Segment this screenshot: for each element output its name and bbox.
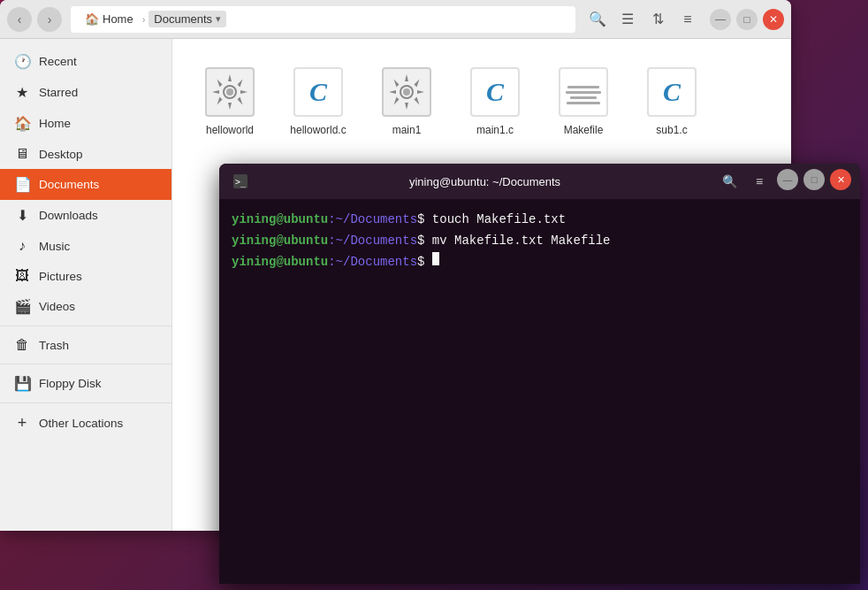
music-icon: ♪: [14, 238, 30, 254]
file-icon-makefile: [557, 65, 610, 119]
menu-button[interactable]: ≡: [674, 6, 701, 33]
c-icon-sub1: C: [647, 67, 697, 117]
file-item-helloworld-exe[interactable]: helloworld: [190, 57, 270, 147]
txt-icon: [559, 67, 608, 117]
sidebar-label-downloads: Downloads: [39, 209, 98, 222]
sidebar-item-other[interactable]: + Other Locations: [0, 407, 171, 440]
downloads-icon: ⬇: [14, 207, 30, 224]
prompt-path-1: :~/Documents: [328, 210, 417, 231]
sidebar: 🕐 Recent ★ Starred 🏠 Home 🖥 Desktop 📄 Do…: [0, 39, 172, 531]
terminal-close-button[interactable]: ✕: [830, 169, 851, 190]
file-name-helloworld-exe: helloworld: [206, 124, 254, 138]
file-name-helloworld-c: helloworld.c: [290, 124, 346, 138]
toolbar-actions: 🔍 ☰ ⇅ ≡: [584, 6, 701, 33]
maximize-button[interactable]: □: [736, 9, 758, 30]
sidebar-label-other: Other Locations: [39, 417, 123, 430]
terminal-maximize-button[interactable]: □: [803, 169, 825, 190]
sidebar-item-recent[interactable]: 🕐 Recent: [0, 46, 171, 77]
file-name-sub1-c: sub1.c: [656, 124, 687, 138]
prompt-cmd-1: touch Makefile.txt: [432, 210, 566, 231]
back-button[interactable]: ‹: [7, 7, 32, 32]
gear-svg: [210, 73, 249, 111]
terminal-minimize-button[interactable]: —: [777, 169, 798, 190]
prompt-path-2: :~/Documents: [328, 231, 417, 252]
breadcrumb-documents[interactable]: Documents ▾: [148, 11, 226, 27]
terminal-window: >_ yining@ubuntu: ~/Documents 🔍 ≡ — □ ✕ …: [219, 164, 860, 584]
file-icon-helloworld-exe: [203, 65, 256, 119]
pictures-icon: 🖼: [14, 268, 30, 284]
sidebar-item-desktop[interactable]: 🖥 Desktop: [0, 139, 171, 169]
exe-icon-main1: [382, 67, 431, 117]
videos-icon: 🎬: [14, 298, 30, 315]
terminal-titlebar: >_ yining@ubuntu: ~/Documents 🔍 ≡ — □ ✕: [219, 164, 860, 199]
prompt-user-3: yining@ubuntu: [232, 252, 328, 273]
trash-icon: 🗑: [14, 337, 30, 353]
prompt-dollar-1: $: [417, 210, 432, 231]
floppy-icon: 💾: [14, 375, 30, 392]
sidebar-item-home[interactable]: 🏠 Home: [0, 108, 171, 139]
home-sidebar-icon: 🏠: [14, 115, 30, 132]
prompt-path-3: :~/Documents: [328, 252, 417, 273]
prompt-dollar-3: $: [417, 252, 432, 273]
sidebar-label-videos: Videos: [39, 300, 75, 313]
terminal-menu-button[interactable]: ≡: [747, 169, 772, 194]
terminal-window-controls: 🔍 ≡ — □ ✕: [717, 169, 851, 194]
minimize-button[interactable]: —: [710, 9, 731, 30]
file-item-main1-exe[interactable]: main1: [367, 57, 446, 147]
sidebar-label-music: Music: [39, 240, 70, 253]
sidebar-item-trash[interactable]: 🗑 Trash: [0, 330, 171, 360]
terminal-line-2: yining@ubuntu:~/Documents$ mv Makefile.t…: [232, 231, 848, 252]
sidebar-item-documents[interactable]: 📄 Documents: [0, 169, 171, 200]
sidebar-item-music[interactable]: ♪ Music: [0, 231, 171, 261]
sidebar-label-starred: Starred: [39, 86, 78, 99]
sidebar-item-pictures[interactable]: 🖼 Pictures: [0, 261, 171, 291]
sidebar-label-home: Home: [39, 117, 71, 130]
terminal-title: yining@ubuntu: ~/Documents: [253, 175, 717, 188]
sidebar-divider-3: [0, 402, 171, 403]
terminal-app-icon: >_: [233, 174, 247, 188]
breadcrumb: 🏠 Home › Documents ▾: [71, 6, 575, 33]
sidebar-label-desktop: Desktop: [39, 148, 83, 161]
file-icon-main1-exe: [380, 65, 433, 119]
terminal-line-1: yining@ubuntu:~/Documents$ touch Makefil…: [232, 210, 848, 231]
prompt-user-1: yining@ubuntu: [232, 210, 328, 231]
file-item-main1-c[interactable]: C main1.c: [455, 57, 535, 147]
breadcrumb-home[interactable]: 🏠 Home: [80, 11, 139, 27]
c-icon-main1: C: [470, 67, 520, 117]
exe-icon: [205, 67, 255, 117]
file-item-makefile[interactable]: Makefile: [544, 57, 623, 147]
home-label: Home: [103, 12, 133, 26]
search-button[interactable]: 🔍: [584, 6, 611, 33]
prompt-cmd-2: mv Makefile.txt Makefile: [432, 231, 611, 252]
documents-icon: 📄: [14, 176, 30, 193]
sidebar-item-starred[interactable]: ★ Starred: [0, 77, 171, 108]
file-manager-titlebar: ‹ › 🏠 Home › Documents ▾ 🔍 ☰ ⇅ ≡ — □ ✕: [0, 0, 791, 39]
starred-icon: ★: [14, 84, 30, 101]
terminal-line-3: yining@ubuntu:~/Documents$: [232, 252, 848, 273]
file-item-helloworld-c[interactable]: C helloworld.c: [278, 57, 358, 147]
forward-button[interactable]: ›: [37, 7, 62, 32]
breadcrumb-sep: ›: [142, 14, 146, 25]
sidebar-item-downloads[interactable]: ⬇ Downloads: [0, 200, 171, 231]
sidebar-item-videos[interactable]: 🎬 Videos: [0, 291, 171, 322]
desktop-icon: 🖥: [14, 146, 30, 162]
file-item-sub1-c[interactable]: C sub1.c: [632, 57, 712, 147]
close-button[interactable]: ✕: [763, 9, 784, 30]
sidebar-label-recent: Recent: [39, 55, 77, 68]
sort-button[interactable]: ⇅: [644, 6, 671, 33]
sidebar-divider-2: [0, 364, 171, 364]
prompt-user-2: yining@ubuntu: [232, 231, 328, 252]
sidebar-label-pictures: Pictures: [39, 270, 82, 283]
sidebar-divider-1: [0, 326, 171, 326]
list-view-button[interactable]: ☰: [614, 6, 641, 33]
gear-svg-main1: [387, 73, 426, 111]
sidebar-item-floppy[interactable]: 💾 Floppy Disk: [0, 368, 171, 399]
terminal-body[interactable]: yining@ubuntu:~/Documents$ touch Makefil…: [219, 199, 860, 584]
sidebar-label-trash: Trash: [39, 339, 69, 352]
terminal-icon-button[interactable]: >_: [228, 169, 253, 194]
sidebar-label-documents: Documents: [39, 178, 99, 191]
file-name-makefile: Makefile: [564, 124, 604, 138]
recent-icon: 🕐: [14, 53, 30, 70]
prompt-dollar-2: $: [417, 231, 432, 252]
terminal-search-button[interactable]: 🔍: [717, 169, 742, 194]
